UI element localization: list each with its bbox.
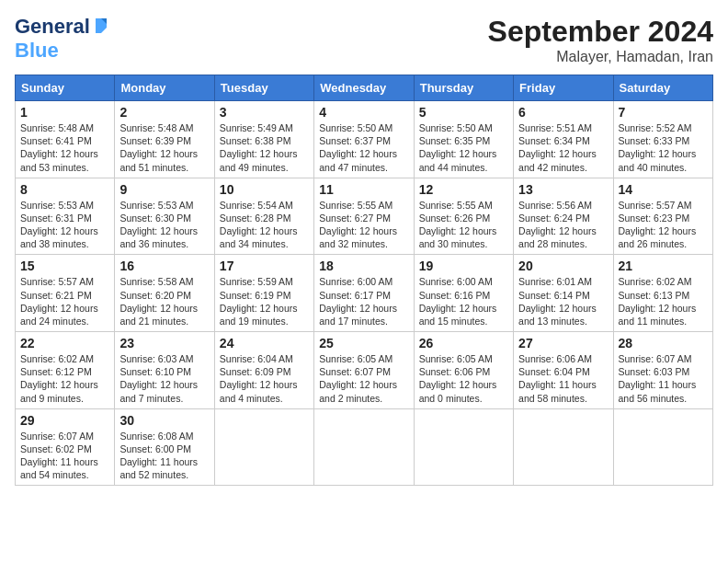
calendar-cell: 19 Sunrise: 6:00 AM Sunset: 6:16 PM Dayl… [414,255,513,332]
calendar-cell: 14 Sunrise: 5:57 AM Sunset: 6:23 PM Dayl… [613,178,712,255]
day-detail: Sunrise: 6:01 AM Sunset: 6:14 PM Dayligh… [518,275,608,327]
calendar-table: Sunday Monday Tuesday Wednesday Thursday… [15,75,713,486]
header-tuesday: Tuesday [214,75,313,101]
day-number: 23 [119,336,209,350]
day-detail: Sunrise: 6:05 AM Sunset: 6:06 PM Dayligh… [419,352,508,405]
calendar-cell: 23 Sunrise: 6:03 AM Sunset: 6:10 PM Dayl… [115,332,214,409]
day-detail: Sunrise: 6:04 AM Sunset: 6:09 PM Dayligh… [220,352,309,405]
logo-icon [92,17,110,35]
calendar-cell: 30 Sunrise: 6:08 AM Sunset: 6:00 PM Dayl… [115,408,214,486]
calendar-cell: 5 Sunrise: 5:50 AM Sunset: 6:35 PM Dayli… [414,101,513,178]
day-number: 22 [20,336,109,350]
calendar-cell: 28 Sunrise: 6:07 AM Sunset: 6:03 PM Dayl… [613,332,712,409]
day-detail: Sunrise: 6:02 AM Sunset: 6:13 PM Dayligh… [619,275,708,327]
day-detail: Sunrise: 6:00 AM Sunset: 6:16 PM Dayligh… [419,275,508,327]
day-number: 16 [119,259,209,273]
day-number: 29 [20,413,109,428]
day-number: 20 [518,259,608,273]
day-detail: Sunrise: 5:50 AM Sunset: 6:35 PM Dayligh… [419,121,508,174]
day-detail: Sunrise: 6:00 AM Sunset: 6:17 PM Dayligh… [319,275,408,327]
day-number: 6 [518,105,608,120]
calendar-cell: 17 Sunrise: 5:59 AM Sunset: 6:19 PM Dayl… [214,255,313,332]
header-friday: Friday [514,75,613,101]
day-number: 24 [220,336,309,350]
day-detail: Sunrise: 5:57 AM Sunset: 6:23 PM Dayligh… [619,199,708,251]
day-number: 13 [518,182,608,197]
day-detail: Sunrise: 6:02 AM Sunset: 6:12 PM Dayligh… [20,352,109,405]
day-detail: Sunrise: 6:07 AM Sunset: 6:02 PM Dayligh… [20,430,109,482]
day-detail: Sunrise: 6:03 AM Sunset: 6:10 PM Dayligh… [119,352,209,405]
header-sunday: Sunday [16,75,115,101]
header-saturday: Saturday [613,75,712,101]
day-number: 15 [20,259,109,273]
day-number: 5 [419,105,508,120]
week-row-5: 29 Sunrise: 6:07 AM Sunset: 6:02 PM Dayl… [16,408,713,486]
day-number: 19 [419,259,508,273]
calendar-cell [414,408,513,486]
day-number: 18 [319,259,408,273]
day-number: 8 [20,182,109,197]
header-monday: Monday [115,75,214,101]
day-number: 2 [119,105,209,120]
calendar-cell [613,408,712,486]
week-row-4: 22 Sunrise: 6:02 AM Sunset: 6:12 PM Dayl… [16,332,713,409]
day-number: 4 [319,105,408,120]
calendar-cell: 21 Sunrise: 6:02 AM Sunset: 6:13 PM Dayl… [613,255,712,332]
calendar-cell: 6 Sunrise: 5:51 AM Sunset: 6:34 PM Dayli… [514,101,613,178]
calendar-cell: 10 Sunrise: 5:54 AM Sunset: 6:28 PM Dayl… [214,178,313,255]
calendar-cell: 29 Sunrise: 6:07 AM Sunset: 6:02 PM Dayl… [16,408,115,486]
calendar-cell [214,408,313,486]
day-detail: Sunrise: 6:05 AM Sunset: 6:07 PM Dayligh… [319,352,408,405]
logo-general: General [15,15,90,39]
calendar-cell: 8 Sunrise: 5:53 AM Sunset: 6:31 PM Dayli… [16,178,115,255]
month-title: September 2024 [488,15,713,49]
day-number: 1 [20,105,109,120]
location: Malayer, Hamadan, Iran [488,49,713,65]
day-detail: Sunrise: 5:59 AM Sunset: 6:19 PM Dayligh… [220,275,309,327]
logo-blue: Blue [15,39,59,62]
header-thursday: Thursday [414,75,513,101]
calendar-cell: 20 Sunrise: 6:01 AM Sunset: 6:14 PM Dayl… [514,255,613,332]
calendar-cell: 24 Sunrise: 6:04 AM Sunset: 6:09 PM Dayl… [214,332,313,409]
day-detail: Sunrise: 5:55 AM Sunset: 6:26 PM Dayligh… [419,199,508,251]
day-number: 11 [319,182,408,197]
calendar-cell: 15 Sunrise: 5:57 AM Sunset: 6:21 PM Dayl… [16,255,115,332]
calendar-cell: 27 Sunrise: 6:06 AM Sunset: 6:04 PM Dayl… [514,332,613,409]
day-number: 9 [119,182,209,197]
logo: General Blue [15,15,110,63]
week-row-2: 8 Sunrise: 5:53 AM Sunset: 6:31 PM Dayli… [16,178,713,255]
day-detail: Sunrise: 5:53 AM Sunset: 6:31 PM Dayligh… [20,199,109,251]
day-detail: Sunrise: 5:57 AM Sunset: 6:21 PM Dayligh… [20,275,109,327]
day-detail: Sunrise: 6:06 AM Sunset: 6:04 PM Dayligh… [518,352,608,405]
day-number: 10 [220,182,309,197]
calendar-cell [314,408,414,486]
day-detail: Sunrise: 5:51 AM Sunset: 6:34 PM Dayligh… [518,121,608,174]
calendar-cell: 11 Sunrise: 5:55 AM Sunset: 6:27 PM Dayl… [314,178,414,255]
day-number: 25 [319,336,408,350]
page-header: General Blue September 2024 Malayer, Ham… [15,15,713,65]
day-detail: Sunrise: 5:54 AM Sunset: 6:28 PM Dayligh… [220,199,309,251]
day-detail: Sunrise: 5:49 AM Sunset: 6:38 PM Dayligh… [220,121,309,174]
day-detail: Sunrise: 5:58 AM Sunset: 6:20 PM Dayligh… [119,275,209,327]
header-wednesday: Wednesday [314,75,414,101]
calendar-cell: 26 Sunrise: 6:05 AM Sunset: 6:06 PM Dayl… [414,332,513,409]
day-detail: Sunrise: 5:55 AM Sunset: 6:27 PM Dayligh… [319,199,408,251]
day-number: 17 [220,259,309,273]
calendar-cell: 16 Sunrise: 5:58 AM Sunset: 6:20 PM Dayl… [115,255,214,332]
calendar-cell: 12 Sunrise: 5:55 AM Sunset: 6:26 PM Dayl… [414,178,513,255]
calendar-header-row: Sunday Monday Tuesday Wednesday Thursday… [16,75,713,101]
day-detail: Sunrise: 6:07 AM Sunset: 6:03 PM Dayligh… [619,352,708,405]
day-detail: Sunrise: 6:08 AM Sunset: 6:00 PM Dayligh… [119,430,209,482]
week-row-3: 15 Sunrise: 5:57 AM Sunset: 6:21 PM Dayl… [16,255,713,332]
calendar-cell: 18 Sunrise: 6:00 AM Sunset: 6:17 PM Dayl… [314,255,414,332]
calendar-cell: 13 Sunrise: 5:56 AM Sunset: 6:24 PM Dayl… [514,178,613,255]
calendar-cell: 4 Sunrise: 5:50 AM Sunset: 6:37 PM Dayli… [314,101,414,178]
day-number: 7 [619,105,708,120]
day-detail: Sunrise: 5:56 AM Sunset: 6:24 PM Dayligh… [518,199,608,251]
title-block: September 2024 Malayer, Hamadan, Iran [488,15,713,65]
calendar-cell: 1 Sunrise: 5:48 AM Sunset: 6:41 PM Dayli… [16,101,115,178]
day-detail: Sunrise: 5:52 AM Sunset: 6:33 PM Dayligh… [619,121,708,174]
calendar-cell: 22 Sunrise: 6:02 AM Sunset: 6:12 PM Dayl… [16,332,115,409]
day-number: 14 [619,182,708,197]
day-number: 27 [518,336,608,350]
